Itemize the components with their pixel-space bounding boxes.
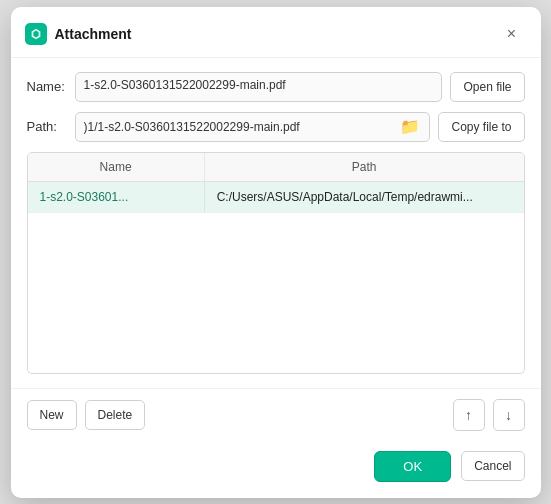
copy-file-to-button[interactable]: Copy file to [438, 112, 524, 142]
dialog-title: Attachment [55, 26, 491, 42]
table-row[interactable]: 1-s2.0-S03601... C:/Users/ASUS/AppData/L… [28, 182, 524, 213]
move-down-button[interactable]: ↓ [493, 399, 525, 431]
up-arrow-icon: ↑ [465, 407, 472, 423]
col-name-header: Name [28, 153, 205, 181]
path-row: Path: )1/1-s2.0-S0360131522002299-main.p… [27, 112, 525, 142]
table-cell-name: 1-s2.0-S03601... [28, 182, 205, 212]
cancel-button[interactable]: Cancel [461, 451, 524, 481]
attachment-table: Name Path 1-s2.0-S03601... C:/Users/ASUS… [27, 152, 525, 374]
ok-button[interactable]: OK [374, 451, 451, 482]
move-up-button[interactable]: ↑ [453, 399, 485, 431]
folder-icon-button[interactable]: 📁 [395, 112, 425, 142]
path-label: Path: [27, 119, 67, 134]
close-button[interactable]: × [499, 21, 525, 47]
app-icon [25, 23, 47, 45]
col-path-header: Path [205, 153, 524, 181]
table-empty-area [28, 213, 524, 373]
name-label: Name: [27, 79, 67, 94]
path-input-wrapper: )1/1-s2.0-S0360131522002299-main.pdf 📁 [75, 112, 431, 142]
bottom-bar: New Delete ↑ ↓ [11, 388, 541, 441]
title-bar: Attachment × [11, 7, 541, 58]
table-cell-path: C:/Users/ASUS/AppData/Local/Temp/edrawmi… [205, 182, 524, 212]
footer: OK Cancel [11, 441, 541, 498]
delete-button[interactable]: Delete [85, 400, 146, 430]
table-header: Name Path [28, 153, 524, 182]
attachment-dialog: Attachment × Name: 1-s2.0-S0360131522002… [11, 7, 541, 498]
open-file-button[interactable]: Open file [450, 72, 524, 102]
down-arrow-icon: ↓ [505, 407, 512, 423]
folder-icon: 📁 [400, 117, 420, 136]
name-input[interactable]: 1-s2.0-S0360131522002299-main.pdf [75, 72, 443, 102]
path-input-text: )1/1-s2.0-S0360131522002299-main.pdf [84, 120, 396, 134]
new-button[interactable]: New [27, 400, 77, 430]
name-row: Name: 1-s2.0-S0360131522002299-main.pdf … [27, 72, 525, 102]
dialog-body: Name: 1-s2.0-S0360131522002299-main.pdf … [11, 58, 541, 388]
